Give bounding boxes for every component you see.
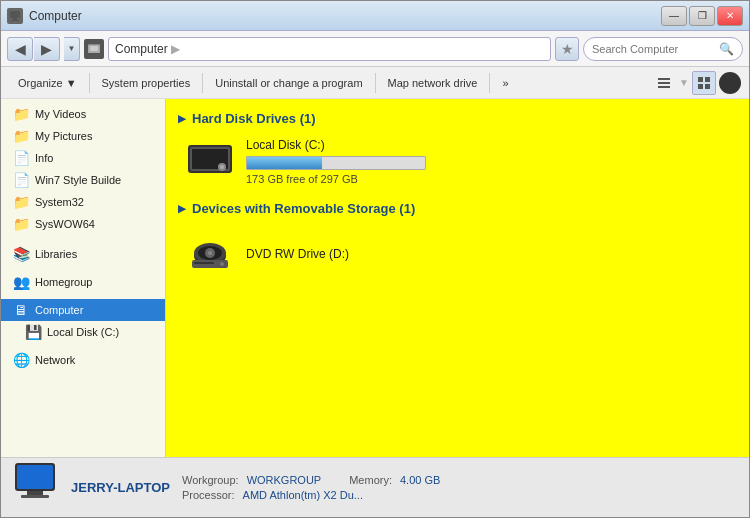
status-row-2: Processor: AMD Athlon(tm) X2 Du... bbox=[182, 489, 440, 501]
view-sep: ▼ bbox=[679, 77, 689, 88]
uninstall-button[interactable]: Uninstall or change a program bbox=[206, 70, 371, 96]
svg-rect-5 bbox=[90, 46, 98, 51]
win7-style-icon: 📄 bbox=[13, 172, 29, 188]
recent-button[interactable]: ▼ bbox=[64, 37, 80, 61]
minimize-button[interactable]: — bbox=[661, 6, 687, 26]
dvd-drive-info: DVD RW Drive (D:) bbox=[246, 247, 349, 261]
dvd-drive-name: DVD RW Drive (D:) bbox=[246, 247, 349, 261]
svg-rect-1 bbox=[13, 18, 17, 20]
svg-rect-12 bbox=[705, 84, 710, 89]
network-icon: 🌐 bbox=[13, 352, 29, 368]
search-box[interactable]: 🔍 bbox=[583, 37, 743, 61]
sidebar-item-label: System32 bbox=[35, 196, 84, 208]
view-circle-button[interactable] bbox=[719, 72, 741, 94]
memory-value: 4.00 GB bbox=[400, 474, 440, 486]
system-properties-button[interactable]: System properties bbox=[93, 70, 200, 96]
svg-rect-10 bbox=[705, 77, 710, 82]
window-title: Computer bbox=[29, 9, 82, 23]
sidebar-item-local-disk[interactable]: 💾 Local Disk (C:) bbox=[1, 321, 165, 343]
map-network-button[interactable]: Map network drive bbox=[379, 70, 487, 96]
sidebar-item-label: Info bbox=[35, 152, 53, 164]
path-text: Computer bbox=[115, 42, 168, 56]
toolbar: Organize ▼ System properties Uninstall o… bbox=[1, 67, 749, 99]
system32-icon: 📁 bbox=[13, 194, 29, 210]
svg-rect-9 bbox=[698, 77, 703, 82]
local-disk-icon: 💾 bbox=[25, 324, 41, 340]
sidebar-item-network[interactable]: 🌐 Network bbox=[1, 349, 165, 371]
sidebar-item-label: My Pictures bbox=[35, 130, 92, 142]
organize-button[interactable]: Organize ▼ bbox=[9, 70, 86, 96]
svg-point-25 bbox=[220, 262, 224, 266]
hard-disk-section-header: ▶ Hard Disk Drives (1) bbox=[178, 111, 737, 126]
svg-rect-7 bbox=[658, 82, 670, 84]
sidebar-item-label: Computer bbox=[35, 304, 83, 316]
svg-rect-24 bbox=[194, 262, 214, 264]
sidebar-item-computer[interactable]: 🖥 Computer bbox=[1, 299, 165, 321]
local-disk-progress-bar-container bbox=[246, 156, 426, 170]
toolbar-sep-4 bbox=[489, 73, 490, 93]
organize-label: Organize bbox=[18, 77, 63, 89]
syswow64-icon: 📁 bbox=[13, 216, 29, 232]
sidebar-item-libraries[interactable]: 📚 Libraries bbox=[1, 243, 165, 265]
svg-rect-28 bbox=[27, 491, 43, 495]
my-pictures-icon: 📁 bbox=[13, 128, 29, 144]
sidebar-item-label: Libraries bbox=[35, 248, 77, 260]
removable-section-header: ▶ Devices with Removable Storage (1) bbox=[178, 201, 737, 216]
removable-arrow: ▶ bbox=[178, 203, 186, 214]
close-button[interactable]: ✕ bbox=[717, 6, 743, 26]
sidebar-item-my-pictures[interactable]: 📁 My Pictures bbox=[1, 125, 165, 147]
local-disk-item[interactable]: Local Disk (C:) 173 GB free of 297 GB bbox=[178, 134, 737, 189]
svg-rect-27 bbox=[17, 465, 53, 489]
local-disk-drive-icon bbox=[186, 139, 234, 185]
path-icon bbox=[84, 39, 104, 59]
toolbar-sep-3 bbox=[375, 73, 376, 93]
status-row-1: Workgroup: WORKGROUP Memory: 4.00 GB bbox=[182, 474, 440, 486]
sidebar-item-label: Local Disk (C:) bbox=[47, 326, 119, 338]
sidebar-item-my-videos[interactable]: 📁 My Videos bbox=[1, 103, 165, 125]
svg-rect-0 bbox=[10, 11, 20, 18]
main-area: 📁 My Videos 📁 My Pictures 📄 Info 📄 Win7 … bbox=[1, 99, 749, 457]
sidebar-item-system32[interactable]: 📁 System32 bbox=[1, 191, 165, 213]
search-input[interactable] bbox=[592, 43, 715, 55]
more-button[interactable]: » bbox=[493, 70, 517, 96]
toolbar-sep-2 bbox=[202, 73, 203, 93]
workgroup-value: WORKGROUP bbox=[247, 474, 322, 486]
maximize-button[interactable]: ❒ bbox=[689, 6, 715, 26]
view-details-button[interactable] bbox=[652, 71, 676, 95]
dvd-drive-item[interactable]: DVD RW Drive (D:) bbox=[178, 224, 737, 284]
toolbar-sep-1 bbox=[89, 73, 90, 93]
sidebar-item-label: Homegroup bbox=[35, 276, 92, 288]
sidebar: 📁 My Videos 📁 My Pictures 📄 Info 📄 Win7 … bbox=[1, 99, 166, 457]
back-button[interactable]: ◀ bbox=[7, 37, 33, 61]
forward-button[interactable]: ▶ bbox=[34, 37, 60, 61]
sidebar-item-syswow64[interactable]: 📁 SysWOW64 bbox=[1, 213, 165, 235]
search-icon: 🔍 bbox=[719, 42, 734, 56]
sidebar-item-win7-style[interactable]: 📄 Win7 Style Builde bbox=[1, 169, 165, 191]
hard-disk-section-title: Hard Disk Drives (1) bbox=[192, 111, 316, 126]
my-videos-icon: 📁 bbox=[13, 106, 29, 122]
computer-icon: 🖥 bbox=[13, 302, 29, 318]
view-tiles-button[interactable] bbox=[692, 71, 716, 95]
homegroup-icon: 👥 bbox=[13, 274, 29, 290]
sidebar-item-info[interactable]: 📄 Info bbox=[1, 147, 165, 169]
status-computer-name: JERRY-LAPTOP bbox=[71, 480, 170, 495]
local-disk-name: Local Disk (C:) bbox=[246, 138, 729, 152]
status-info: Workgroup: WORKGROUP Memory: 4.00 GB Pro… bbox=[182, 474, 440, 501]
path-arrow: ▶ bbox=[171, 42, 180, 56]
address-path[interactable]: Computer ▶ bbox=[108, 37, 551, 61]
local-disk-info: Local Disk (C:) 173 GB free of 297 GB bbox=[246, 138, 729, 185]
title-controls: — ❒ ✕ bbox=[661, 6, 743, 26]
sidebar-item-homegroup[interactable]: 👥 Homegroup bbox=[1, 271, 165, 293]
status-computer-icon bbox=[11, 459, 59, 516]
libraries-icon: 📚 bbox=[13, 246, 29, 262]
nav-group: ◀ ▶ bbox=[7, 37, 60, 61]
svg-point-17 bbox=[220, 165, 224, 169]
tiles-icon bbox=[697, 76, 711, 90]
dvd-drive-icon bbox=[186, 228, 234, 280]
svg-rect-8 bbox=[658, 86, 670, 88]
favorites-button[interactable]: ★ bbox=[555, 37, 579, 61]
removable-section-title: Devices with Removable Storage (1) bbox=[192, 201, 415, 216]
toolbar-right: ▼ bbox=[652, 71, 741, 95]
window-icon bbox=[7, 8, 23, 24]
content-area: ▶ Hard Disk Drives (1) Local Disk (C:) bbox=[166, 99, 749, 457]
